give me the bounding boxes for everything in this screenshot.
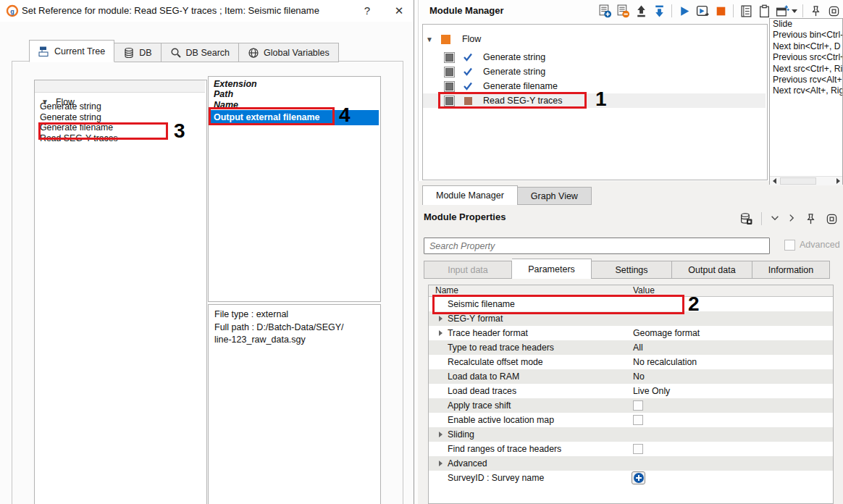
expand-arrow-icon[interactable] [439, 432, 443, 437]
tab-db[interactable]: DB [114, 43, 161, 62]
search-property-input[interactable] [424, 238, 770, 254]
scroll-right-icon[interactable] [834, 177, 842, 185]
property-row[interactable]: Trace header formatGeomage format [429, 326, 833, 340]
expand-arrow-icon[interactable] [439, 316, 443, 322]
float-panel-icon[interactable] [826, 4, 841, 18]
property-row[interactable]: SurveyID : Survey name [429, 471, 833, 485]
property-name: Enable active location map [448, 415, 554, 425]
tab-db-search[interactable]: DB Search [162, 43, 239, 62]
flow-module-label: Generate filename [483, 81, 558, 91]
scroll-left-icon[interactable] [770, 177, 779, 185]
slide-shortcut-item[interactable]: Next rcv<Alt+, Rig [770, 85, 842, 96]
new-flow-icon[interactable] [775, 4, 789, 18]
tab-graph-view[interactable]: Graph View [518, 187, 592, 205]
expand-arrow-icon[interactable] [439, 330, 443, 336]
property-row[interactable]: Recalculate offset modeNo recalculation [429, 355, 833, 369]
search-icon [170, 47, 182, 59]
slide-shortcut-item[interactable]: Next src<Ctrl+, Ri [770, 64, 842, 75]
tab-label: Global Variables [264, 48, 330, 58]
property-row[interactable]: Sliding [429, 427, 833, 442]
tab-parameters[interactable]: Parameters [512, 259, 592, 279]
scrollbar-thumb[interactable] [780, 177, 816, 185]
tab-current-tree[interactable]: Current Tree [29, 40, 114, 62]
chevron-down-icon[interactable] [770, 213, 780, 225]
set-reference-dialog: g Set Reference for module: Read SEG-Y t… [0, 0, 414, 504]
full-path-text: Full path : D:/Batch-Data/SEGY/ [214, 322, 374, 335]
module-properties-title: Module Properties [424, 209, 506, 226]
module-checkbox[interactable] [444, 52, 455, 63]
property-row[interactable]: Advanced [429, 456, 833, 471]
property-name: Load dead traces [448, 386, 516, 396]
close-button[interactable]: ✕ [390, 0, 408, 22]
annotation-box-3 [38, 122, 168, 140]
pin-icon[interactable] [803, 211, 818, 226]
add-module-icon[interactable] [597, 4, 612, 18]
tab-label: DB [139, 48, 151, 58]
move-down-icon[interactable] [652, 4, 666, 18]
pin-icon[interactable] [808, 4, 823, 18]
property-value[interactable]: No recalculation [633, 357, 697, 367]
property-value[interactable]: All [633, 343, 643, 353]
property-checkbox[interactable] [633, 400, 643, 411]
property-checkbox[interactable] [633, 444, 643, 454]
property-value[interactable]: No [633, 371, 645, 382]
dialog-title: Set Reference for module: Read SEG-Y tra… [22, 0, 319, 22]
reference-item[interactable]: Path [214, 89, 380, 99]
dropdown-caret-icon[interactable] [792, 9, 797, 13]
tree-header-strip [35, 80, 205, 93]
property-name: SurveyID : Survey name [448, 473, 544, 483]
property-row[interactable]: Type to read trace headersAll [429, 340, 833, 355]
flow-module-label: Generate string [483, 52, 545, 62]
slide-shortcut-item[interactable]: Previous bin<Ctrl- [770, 30, 842, 41]
property-row[interactable]: Load data to RAMNo [429, 369, 833, 384]
module-checkbox[interactable] [444, 81, 455, 92]
tab-module-manager[interactable]: Module Manager [422, 185, 518, 205]
module-manager-title: Module Manager [429, 0, 504, 22]
add-survey-button[interactable] [632, 471, 645, 484]
property-name: Type to read trace headers [448, 343, 554, 353]
property-row[interactable]: Load dead tracesLive Only [429, 384, 833, 398]
flow-module-row[interactable]: Generate string [423, 50, 766, 64]
advanced-checkbox[interactable] [784, 240, 795, 251]
tab-output-data[interactable]: Output data [672, 261, 752, 279]
report-icon[interactable] [739, 4, 753, 18]
property-row[interactable]: Find ranges of trace headers [429, 442, 833, 456]
annotation-number-2: 2 [688, 293, 700, 315]
module-checkbox[interactable] [444, 67, 455, 77]
property-name: Trace header format [448, 328, 528, 338]
expand-arrow-icon[interactable] [439, 461, 443, 466]
flow-module-row[interactable]: Generate filename [423, 79, 766, 93]
slide-shortcut-item[interactable]: Previous rcv<Alt+ [770, 75, 842, 85]
property-row[interactable]: Apply trace shift [429, 398, 833, 413]
remove-module-icon[interactable] [616, 4, 630, 18]
check-icon [463, 67, 473, 77]
globe-icon [248, 47, 259, 59]
tab-information[interactable]: Information [752, 261, 830, 279]
clipboard-icon[interactable] [757, 4, 771, 18]
tab-input-data[interactable]: Input data [424, 261, 512, 279]
property-value[interactable]: Live Only [633, 386, 670, 396]
help-button[interactable]: ? [358, 0, 377, 22]
chevron-right-icon[interactable] [787, 213, 797, 225]
geomage-logo-icon: g [6, 4, 19, 17]
move-up-icon[interactable] [634, 4, 648, 18]
checkbox-fill-icon [445, 68, 453, 76]
flow-module-row[interactable]: Generate string [423, 64, 766, 79]
annotation-box-1 [438, 92, 587, 109]
run-flow-icon[interactable] [695, 4, 710, 18]
save-db-icon[interactable] [739, 211, 753, 226]
slide-shortcut-item[interactable]: Next bin<Ctrl+, D [770, 41, 842, 52]
property-checkbox[interactable] [633, 415, 643, 425]
property-row[interactable]: Enable active location map [429, 413, 833, 427]
run-icon[interactable] [677, 4, 692, 18]
tab-settings[interactable]: Settings [592, 261, 672, 279]
flow-root-row[interactable]: ▼ Flow [423, 32, 481, 46]
tab-global-variables[interactable]: Global Variables [239, 43, 339, 62]
property-value[interactable]: Geomage format [633, 328, 700, 338]
slide-panel-scrollbar[interactable] [770, 176, 842, 185]
tab-label: DB Search [186, 48, 230, 58]
reference-item[interactable]: Extension [214, 79, 380, 89]
slide-shortcut-item[interactable]: Previous src<Ctrl+ [770, 52, 842, 63]
stop-icon[interactable] [713, 4, 728, 18]
float-panel-icon[interactable] [824, 211, 839, 226]
